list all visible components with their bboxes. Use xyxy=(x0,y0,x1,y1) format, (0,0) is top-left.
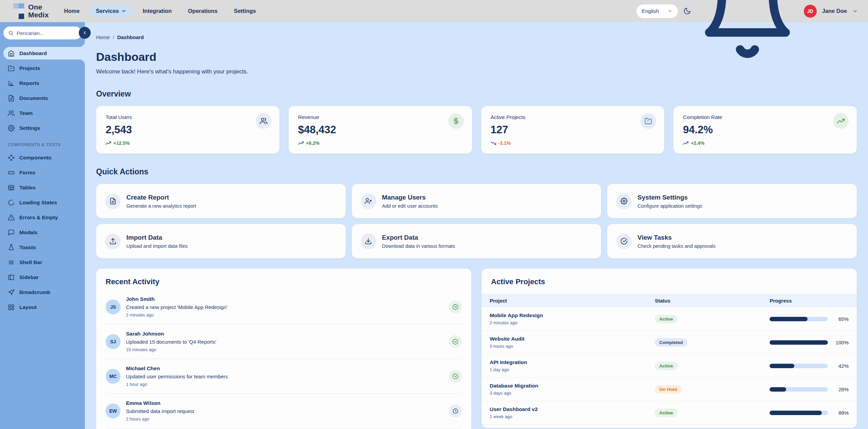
stat-label: Total Users xyxy=(106,114,270,120)
overview-heading: Overview xyxy=(96,89,857,99)
active-projects-panel: Active Projects Project Status Progress … xyxy=(482,269,857,428)
stat-trend: +2.4% xyxy=(683,140,847,146)
sidebar-item[interactable]: Settings xyxy=(3,122,85,134)
quick-action-glyph-icon xyxy=(109,198,116,205)
stat-trend: +12.5% xyxy=(106,140,270,146)
nav-item-label: Settings xyxy=(234,8,256,14)
sidebar-item[interactable]: Components xyxy=(3,151,85,164)
sidebar-item[interactable]: Documents xyxy=(3,92,85,104)
avatar[interactable]: JD xyxy=(804,5,817,18)
active-projects-table: Project Status Progress Mobile App Redes… xyxy=(482,294,857,425)
status-glyph-icon xyxy=(452,339,458,345)
nav-item-label: Operations xyxy=(188,8,218,14)
progress-cell: 65% xyxy=(770,316,849,322)
logo-mark-icon xyxy=(14,3,24,19)
activity-status-icon xyxy=(449,370,462,383)
sidebar-item-label: Documents xyxy=(19,95,48,101)
quick-action-subtitle: Generate a new analytics report xyxy=(126,203,196,209)
sidebar-item[interactable]: Reports xyxy=(3,77,85,89)
stat-icon xyxy=(640,113,656,129)
nav-item[interactable]: Services xyxy=(90,5,132,17)
sidebar: Dashboard Projects Reports Documents Tea… xyxy=(0,22,85,429)
sidebar-item-icon xyxy=(8,304,15,311)
activity-avatar: EW xyxy=(106,404,121,418)
status-badge: Active xyxy=(655,315,677,323)
quick-action-title: Create Report xyxy=(126,194,196,201)
sidebar-collapse-button[interactable] xyxy=(79,27,91,39)
quick-action-card[interactable]: Manage Users Add or edit user accounts xyxy=(352,184,601,218)
status-badge: On Hold xyxy=(655,385,682,394)
app-logo[interactable]: One Medix xyxy=(0,3,49,19)
progress-cell: 42% xyxy=(770,363,849,369)
sidebar-item-label: Errors & Empty xyxy=(19,214,58,221)
quick-action-icon xyxy=(616,193,632,209)
nav-item[interactable]: Settings xyxy=(228,5,262,17)
progress-bar xyxy=(770,364,828,368)
sidebar-search xyxy=(3,27,82,39)
overview-cards: Total Users 2,543 +12.5% Revenue $48,432… xyxy=(96,106,857,154)
sidebar-item-label: Dashboard xyxy=(19,50,47,56)
sidebar-section-label: COMPONENTS & TESTS xyxy=(8,142,85,147)
stat-label: Active Projects xyxy=(491,114,655,120)
project-timestamp: 1 week ago xyxy=(490,414,655,419)
sidebar-item-icon xyxy=(8,184,15,191)
language-select[interactable]: English xyxy=(636,4,678,18)
sidebar-item[interactable]: Tables xyxy=(3,181,85,194)
nav-item[interactable]: Operations xyxy=(182,5,223,17)
sidebar-item[interactable]: Toasts xyxy=(3,241,85,254)
quick-action-title: System Settings xyxy=(637,194,702,201)
sidebar-item[interactable]: Breadcrumb xyxy=(3,286,85,298)
quick-action-card[interactable]: View Tasks Check pending tasks and appro… xyxy=(607,224,857,258)
user-name: Jane Doe xyxy=(822,8,847,14)
quick-action-card[interactable]: Export Data Download data in various for… xyxy=(352,224,601,258)
status-badge: Active xyxy=(655,362,677,370)
nav-item[interactable]: Integration xyxy=(137,5,177,17)
sidebar-item[interactable]: Team xyxy=(3,107,85,119)
chevron-down-icon[interactable] xyxy=(852,8,858,14)
table-row: Website Audit 5 hours ago Completed 100% xyxy=(482,331,857,354)
sidebar-item[interactable]: Layout xyxy=(3,301,85,313)
activity-description: Created a new project 'Mobile App Redesi… xyxy=(126,304,444,310)
sidebar-item[interactable]: Projects xyxy=(3,62,85,74)
sidebar-item[interactable]: Modals xyxy=(3,226,85,239)
sidebar-item[interactable]: Shell Bar xyxy=(3,256,85,269)
table-header: Project Status Progress xyxy=(482,294,857,307)
activity-timestamp: 2 minutes ago xyxy=(126,312,444,318)
sidebar-item[interactable]: Dashboard xyxy=(3,47,85,59)
sidebar-item-icon xyxy=(8,274,15,281)
sidebar-item-label: Loading States xyxy=(19,200,57,206)
quick-action-glyph-icon xyxy=(620,238,628,245)
progress-label: 65% xyxy=(834,316,849,322)
sidebar-item[interactable]: Errors & Empty xyxy=(3,211,85,224)
app-name: One Medix xyxy=(28,3,49,19)
breadcrumb-home-link[interactable]: Home xyxy=(96,34,110,40)
activity-avatar: MC xyxy=(106,369,121,384)
quick-action-glyph-icon xyxy=(365,198,372,205)
progress-cell: 89% xyxy=(770,410,849,416)
activity-timestamp: 15 minutes ago xyxy=(126,347,444,352)
search-input[interactable] xyxy=(17,30,77,36)
quick-action-card[interactable]: Import Data Upload and import data files xyxy=(96,224,346,258)
sidebar-item-label: Toasts xyxy=(19,244,36,251)
language-value: English xyxy=(642,8,659,14)
moon-icon[interactable] xyxy=(683,7,691,15)
stat-trend: -3.1% xyxy=(491,140,655,146)
trend-arrow-icon xyxy=(106,140,111,146)
top-bar: One Medix Home Services Integration Oper… xyxy=(0,0,868,22)
topbar-right: English JD Jane Doe xyxy=(636,0,868,62)
quick-action-subtitle: Configure application settings xyxy=(637,203,702,209)
quick-action-card[interactable]: Create Report Generate a new analytics r… xyxy=(96,184,346,218)
sidebar-item[interactable]: Loading States xyxy=(3,196,85,209)
sidebar-item[interactable]: Sidebar xyxy=(3,271,85,284)
sidebar-item-icon xyxy=(8,214,15,221)
sidebar-item-icon xyxy=(8,65,15,72)
quick-actions: Create Report Generate a new analytics r… xyxy=(96,184,857,258)
notifications-button[interactable] xyxy=(697,0,798,62)
nav-item[interactable]: Home xyxy=(58,5,86,17)
quick-action-card[interactable]: System Settings Configure application se… xyxy=(607,184,857,218)
quick-actions-heading: Quick Actions xyxy=(96,167,857,176)
quick-action-title: Import Data xyxy=(126,234,188,241)
sidebar-item[interactable]: Forms xyxy=(3,166,85,179)
progress-label: 42% xyxy=(834,363,849,369)
table-row: Mobile App Redesign 2 minutes ago Active… xyxy=(482,307,857,331)
